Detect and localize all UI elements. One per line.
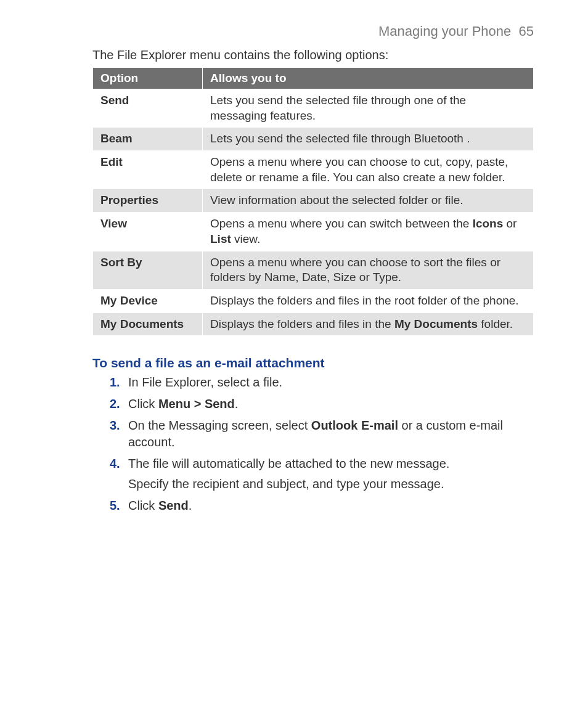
table-row: Properties View information about the se… xyxy=(93,189,534,213)
table-header-allows: Allows you to xyxy=(203,68,534,89)
list-item: 3. On the Messaging screen, select Outlo… xyxy=(110,417,534,451)
list-item: 4. The file will automatically be attach… xyxy=(110,455,534,492)
section-heading: To send a file as an e-mail attachment xyxy=(92,356,534,370)
intro-paragraph: The File Explorer menu contains the foll… xyxy=(92,48,534,62)
table-row: View Opens a menu where you can switch b… xyxy=(93,213,534,251)
table-row: My Device Displays the folders and files… xyxy=(93,289,534,312)
list-item: 5. Click Send. xyxy=(110,497,534,514)
cell-option: Edit xyxy=(93,151,203,189)
step-number: 2. xyxy=(110,396,120,412)
cell-option: Beam xyxy=(93,128,203,151)
cell-allows: Lets you send the selected file through … xyxy=(203,89,534,128)
options-table: Option Allows you to Send Lets you send … xyxy=(92,67,534,336)
cell-allows: Displays the folders and files in the My… xyxy=(203,312,534,336)
step-extra-text: Specify the recipient and subject, and t… xyxy=(128,476,534,492)
step-number: 4. xyxy=(110,455,120,472)
list-item: 1. In File Explorer, select a file. xyxy=(110,374,534,391)
step-number: 5. xyxy=(110,497,120,514)
cell-allows: Opens a menu where you can choose to sor… xyxy=(203,251,534,289)
step-number: 1. xyxy=(110,374,120,391)
step-text: On the Messaging screen, select Outlook … xyxy=(128,419,503,449)
step-text: The file will automatically be attached … xyxy=(128,457,449,470)
table-row: Send Lets you send the selected file thr… xyxy=(93,89,534,128)
table-row: Sort By Opens a menu where you can choos… xyxy=(93,251,534,289)
steps-list: 1. In File Explorer, select a file. 2. C… xyxy=(92,374,534,514)
table-header-option: Option xyxy=(93,68,203,89)
cell-allows: Lets you send the selected file through … xyxy=(203,128,534,151)
cell-allows: Displays the folders and files in the ro… xyxy=(203,289,534,312)
cell-option: My Documents xyxy=(93,312,203,336)
cell-option: My Device xyxy=(93,289,203,312)
cell-option: Send xyxy=(93,89,203,128)
cell-option: Sort By xyxy=(93,251,203,289)
step-text: Click Menu > Send. xyxy=(128,397,238,411)
cell-allows: Opens a menu where you can switch betwee… xyxy=(203,213,534,251)
cell-option: Properties xyxy=(93,189,203,213)
section-title: Managing your Phone xyxy=(378,23,511,39)
step-number: 3. xyxy=(110,417,120,434)
list-item: 2. Click Menu > Send. xyxy=(110,396,534,412)
table-row: Edit Opens a menu where you can choose t… xyxy=(93,151,534,189)
cell-option: View xyxy=(93,213,203,251)
table-row: Beam Lets you send the selected file thr… xyxy=(93,128,534,151)
step-text: In File Explorer, select a file. xyxy=(128,375,282,389)
page-header: Managing your Phone 65 xyxy=(92,23,534,39)
page-number: 65 xyxy=(519,23,534,39)
cell-allows: View information about the selected fold… xyxy=(203,189,534,213)
table-row: My Documents Displays the folders and fi… xyxy=(93,312,534,336)
step-text: Click Send. xyxy=(128,499,192,512)
cell-allows: Opens a menu where you can choose to cut… xyxy=(203,151,534,189)
